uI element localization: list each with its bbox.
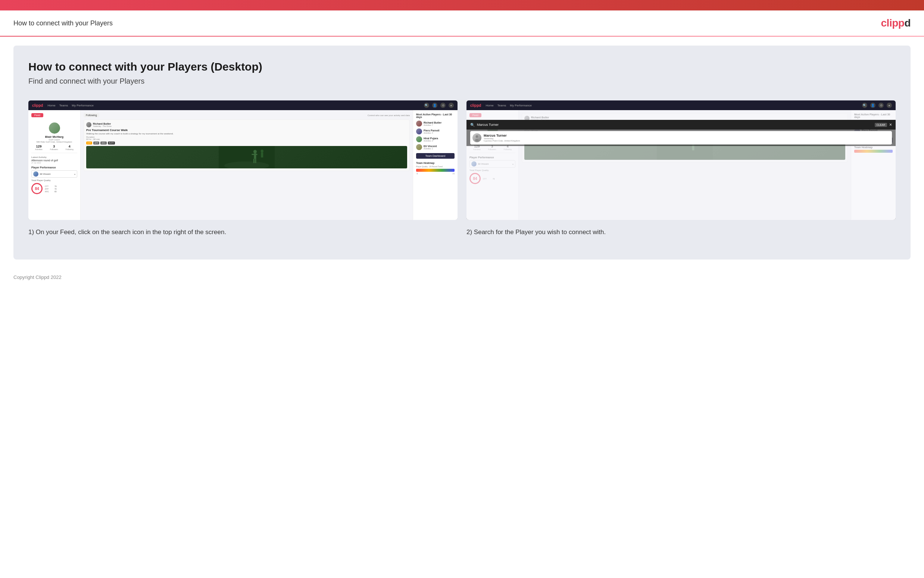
- search-result-name: Marcus Turner: [484, 134, 520, 137]
- activity-duration-value: 02 hr : 00 min: [86, 138, 407, 140]
- badge-ott: OTT: [86, 141, 92, 144]
- player-acts-3: Activities: 1: [424, 148, 437, 150]
- following-button[interactable]: Following: [84, 113, 99, 117]
- stat-followers: 3 Followers: [50, 144, 58, 151]
- activity-card: Richard Butler Yesterday · The Grove Pre…: [84, 120, 410, 171]
- player-name-3: Eli Vincent: [424, 145, 437, 148]
- svg-rect-5: [253, 159, 254, 163]
- player-name-2: Hiral Pujara: [424, 137, 438, 140]
- svg-rect-6: [255, 159, 256, 163]
- screenshots-row: clippd Home Teams My Performance 🔍 👤 ⚙ ●: [28, 101, 896, 237]
- svg-point-7: [261, 150, 264, 153]
- user-icon: 👤: [432, 103, 437, 108]
- avatar-icon-2: ●: [887, 103, 892, 108]
- search-clear-button[interactable]: CLEAR: [875, 123, 887, 127]
- nav-home: Home: [47, 104, 55, 107]
- nav-items: Home Teams My Performance: [47, 104, 94, 107]
- search-result[interactable]: Marcus Turner Yesterday Cypress Point Cl…: [470, 131, 892, 144]
- search-input-value[interactable]: Marcus Turner: [477, 123, 872, 127]
- profile-club: Mill Ride Golf Club, United Kingdom: [31, 141, 77, 143]
- page-title: How to connect with your Players: [13, 19, 113, 27]
- activity-title: Pre Tournament Course Walk: [86, 128, 407, 132]
- bg-perf: Player Performance Eli Vincent ▾ Total P…: [469, 156, 515, 185]
- latest-activity-label: Latest Activity: [31, 156, 77, 158]
- stat-following: 4 Following: [66, 144, 73, 151]
- search-close-button[interactable]: ×: [889, 122, 892, 127]
- latest-activity-name: Afternoon round of golf: [31, 159, 77, 162]
- search-result-sub2: Cypress Point Club, United Kingdom: [484, 140, 520, 142]
- activity-user-sub: Yesterday · The Grove: [93, 125, 112, 127]
- quality-score-row: 84 OTT 79 APP: [31, 182, 77, 196]
- player-acts-2: Activities: 3: [424, 140, 438, 142]
- nav-my-performance: My Performance: [72, 104, 94, 107]
- player-list-item-3: Eli Vincent Activities: 1: [416, 144, 455, 150]
- copyright: Copyright Clippd 2022: [13, 274, 61, 280]
- chevron-down-icon: ▾: [74, 173, 75, 175]
- player-acts-0: Activities: 7: [424, 124, 442, 126]
- app-nav-logo: clippd: [32, 104, 43, 107]
- profile-name: Blair McHarg: [31, 135, 77, 138]
- svg-point-12: [476, 135, 478, 138]
- svg-point-13: [475, 139, 479, 141]
- app-main-feed: Following Control who can see your activ…: [81, 110, 413, 220]
- footer: Copyright Clippd 2022: [0, 268, 924, 286]
- feed-tab: Feed: [31, 113, 43, 117]
- player-avatar-2: [416, 136, 422, 142]
- player-select-name: Eli Vincent: [40, 173, 50, 175]
- svg-rect-4: [252, 154, 257, 155]
- heatmap-scale: -5 +5: [416, 172, 455, 175]
- player-performance-title: Player Performance: [31, 166, 77, 169]
- activity-description: Walking the course with my coach to buil…: [86, 133, 407, 135]
- badge-app: APP: [93, 141, 99, 144]
- stat-activities: 129 Activities: [35, 144, 42, 151]
- nav-right: 🔍 👤 ⚙ ●: [424, 103, 454, 108]
- player-select[interactable]: Eli Vincent ▾: [31, 170, 77, 178]
- control-link[interactable]: Control who can see your activity and da…: [367, 114, 410, 117]
- player-name-1: Piers Parnell: [424, 129, 439, 132]
- screenshot-block-1: clippd Home Teams My Performance 🔍 👤 ⚙ ●: [28, 101, 458, 237]
- search-bar: 🔍 Marcus Turner CLEAR ×: [466, 120, 896, 130]
- search-overlay: 🔍 Marcus Turner CLEAR ×: [466, 120, 896, 146]
- player-list-item-2: Hiral Pujara Activities: 3: [416, 136, 455, 142]
- bg-player-select: Eli Vincent ▾: [469, 160, 515, 168]
- badge-arg: ARG: [100, 141, 107, 144]
- svg-point-2: [253, 150, 257, 153]
- latest-activity-date: 27 Jul 2022: [31, 162, 77, 164]
- screenshot-frame-1: clippd Home Teams My Performance 🔍 👤 ⚙ ●: [28, 101, 458, 220]
- app-mockup-1: clippd Home Teams My Performance 🔍 👤 ⚙ ●: [28, 101, 458, 220]
- app-nav-1: clippd Home Teams My Performance 🔍 👤 ⚙ ●: [28, 101, 458, 110]
- activity-image: [86, 146, 407, 169]
- settings-icon-2: ⚙: [879, 103, 884, 108]
- player-list-item-0: Richard Butler Activities: 7: [416, 120, 455, 127]
- player-avatar-1: [416, 128, 422, 135]
- search-result-avatar: [473, 133, 481, 142]
- player-avatar-0: [416, 120, 422, 127]
- app-nav-2: clippd Home Teams My Performance 🔍 👤 ⚙ ●: [466, 101, 896, 110]
- search-icon-2[interactable]: 🔍: [862, 103, 867, 108]
- search-icon[interactable]: 🔍: [424, 103, 429, 108]
- most-active-title: Most Active Players - Last 30 days: [416, 113, 455, 119]
- nav-home-2: Home: [485, 104, 494, 107]
- header: How to connect with your Players clippd: [0, 10, 924, 36]
- player-avatar-3: [416, 144, 422, 150]
- header-divider: [0, 36, 924, 37]
- nav-items-2: Home Teams My Performance: [485, 104, 532, 107]
- caption-1: 1) On your Feed, click on the search ico…: [28, 227, 458, 237]
- user-icon-2: 👤: [870, 103, 875, 108]
- quality-score: 84: [31, 183, 42, 194]
- search-bar-icon: 🔍: [470, 123, 475, 127]
- player-list-item-1: Piers Parnell Activities: 4: [416, 128, 455, 135]
- nav-my-performance-2: My Performance: [510, 104, 532, 107]
- team-heatmap-title: Team Heatmap: [416, 162, 455, 164]
- badge-row: OTT APP ARG PUTT: [86, 141, 407, 144]
- app-body-1: Feed Blair McHarg Golf Coach Mill Ride G…: [28, 110, 458, 220]
- screenshot-block-2: clippd Home Teams My Performance 🔍 👤 ⚙ ●: [466, 101, 896, 237]
- svg-rect-8: [261, 153, 263, 157]
- heatmap-bar: [416, 169, 455, 172]
- player-name-0: Richard Butler: [424, 121, 442, 124]
- team-dashboard-button[interactable]: Team Dashboard: [416, 153, 455, 159]
- badge-putt: PUTT: [108, 141, 115, 144]
- latest-activity-section: Latest Activity Afternoon round of golf …: [31, 156, 77, 164]
- caption-2: 2) Search for the Player you wish to con…: [466, 227, 896, 237]
- profile-card: Blair McHarg Golf Coach Mill Ride Golf C…: [31, 120, 77, 153]
